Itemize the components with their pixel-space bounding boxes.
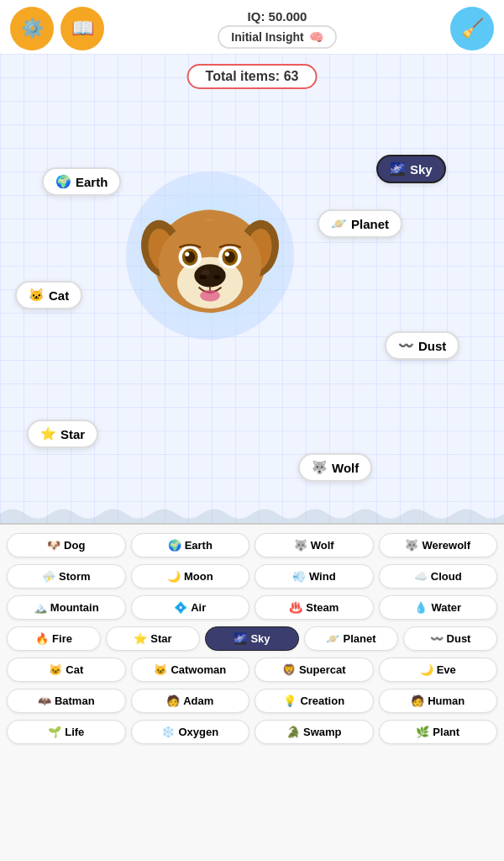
creation-chip-label: Creation	[300, 695, 344, 707]
topbar: ⚙️ 📖 IQ: 50.000 Initial Insight 🧠 🧹	[0, 0, 504, 54]
water-chip-icon: 💧	[414, 601, 428, 614]
item-plant[interactable]: 🌿 Plant	[379, 720, 498, 744]
item-eve[interactable]: 🌙 Eve	[379, 658, 498, 682]
items-row-6: 🦇 Batman 🧑 Adam 💡 Creation 🧑 Human	[7, 689, 497, 713]
item-human[interactable]: 🧑 Human	[379, 689, 498, 713]
item-werewolf[interactable]: 🐺 Werewolf	[379, 533, 498, 557]
planet-icon: 🪐	[331, 216, 347, 231]
sweep-button[interactable]: 🧹	[450, 7, 494, 50]
cat-chip-label: Cat	[66, 663, 83, 676]
eve-chip-icon: 🌙	[420, 663, 433, 676]
item-water[interactable]: 💧 Water	[379, 595, 498, 620]
item-dust[interactable]: 〰️ Dust	[403, 626, 497, 651]
cloud-chip-icon: ☁️	[414, 570, 428, 583]
moon-chip-label: Moon	[184, 570, 213, 583]
items-row-1: 🐶 Dog 🌍 Earth 🐺 Wolf 🐺 Werewolf	[7, 533, 497, 557]
life-chip-label: Life	[65, 726, 84, 738]
canvas-item-sky[interactable]: 🌌 Sky	[376, 155, 446, 183]
earth-chip-label: Earth	[185, 539, 213, 552]
air-chip-label: Air	[191, 601, 206, 614]
brain-icon: 🧠	[309, 30, 323, 44]
creation-chip-icon: 💡	[283, 695, 297, 707]
dust-chip-label: Dust	[447, 632, 471, 645]
planet-chip-label: Planet	[343, 632, 375, 645]
canvas-item-wolf[interactable]: 🐺 Wolf	[298, 453, 372, 482]
svg-point-20	[225, 252, 229, 256]
item-storm[interactable]: ⛈️ Storm	[7, 564, 126, 589]
canvas-item-earth[interactable]: 🌍 Earth	[42, 167, 121, 196]
oxygen-chip-label: Oxygen	[178, 726, 218, 738]
item-planet[interactable]: 🪐 Planet	[304, 626, 398, 651]
storm-chip-icon: ⛈️	[42, 570, 55, 583]
moon-chip-icon: 🌙	[167, 570, 181, 583]
wolf-icon: 🐺	[312, 460, 328, 475]
item-supercat[interactable]: 🦁 Supercat	[255, 658, 374, 682]
item-moon[interactable]: 🌙 Moon	[131, 564, 250, 589]
wind-chip-label: Wind	[309, 570, 336, 583]
sky-chip-label: Sky	[250, 632, 270, 645]
mountain-chip-icon: 🏔️	[34, 601, 47, 614]
plant-chip-label: Plant	[433, 726, 459, 738]
items-row-2: ⛈️ Storm 🌙 Moon 💨 Wind ☁️ Cloud	[7, 564, 497, 589]
item-cat[interactable]: 🐱 Cat	[7, 658, 126, 682]
item-batman[interactable]: 🦇 Batman	[7, 689, 126, 713]
wave-decoration	[0, 504, 504, 523]
item-steam[interactable]: ♨️ Steam	[255, 595, 374, 620]
canvas-item-dust[interactable]: 〰️ Dust	[385, 331, 459, 360]
canvas-item-cat[interactable]: 🐱 Cat	[15, 281, 82, 309]
item-oxygen[interactable]: ❄️ Oxygen	[131, 720, 250, 744]
iq-label: IQ: 50.000	[248, 9, 307, 24]
planet-label: Planet	[351, 217, 389, 231]
swamp-chip-label: Swamp	[303, 726, 342, 738]
total-items-label: Total items:	[206, 69, 281, 83]
item-dog[interactable]: 🐶 Dog	[7, 533, 126, 557]
wolf-label: Wolf	[332, 461, 359, 475]
steam-chip-label: Steam	[306, 601, 339, 614]
items-row-5: 🐱 Cat 🐱 Catwoman 🦁 Supercat 🌙 Eve	[7, 658, 497, 682]
cat-label: Cat	[49, 288, 69, 303]
svg-point-21	[200, 290, 220, 302]
total-items-count: 63	[284, 69, 299, 83]
sky-label: Sky	[410, 162, 433, 177]
item-mountain[interactable]: 🏔️ Mountain	[7, 595, 126, 620]
air-chip-icon: 💠	[174, 601, 187, 614]
item-star[interactable]: ⭐ Star	[106, 626, 200, 651]
canvas-item-planet[interactable]: 🪐 Planet	[318, 209, 402, 238]
item-air[interactable]: 💠 Air	[131, 595, 250, 620]
mountain-chip-label: Mountain	[50, 601, 99, 614]
storm-chip-label: Storm	[59, 570, 91, 583]
item-wolf[interactable]: 🐺 Wolf	[255, 533, 374, 557]
item-adam[interactable]: 🧑 Adam	[131, 689, 250, 713]
insight-pill: Initial Insight 🧠	[218, 25, 336, 49]
item-life[interactable]: 🌱 Life	[7, 720, 126, 744]
item-catwoman[interactable]: 🐱 Catwoman	[131, 658, 250, 682]
human-chip-label: Human	[428, 695, 465, 707]
items-row-4: 🔥 Fire ⭐ Star 🌌 Sky 🪐 Planet 〰️ Dust	[7, 626, 497, 651]
item-earth[interactable]: 🌍 Earth	[131, 533, 250, 557]
catwoman-chip-label: Catwoman	[171, 663, 226, 676]
earth-label: Earth	[76, 175, 108, 189]
item-cloud[interactable]: ☁️ Cloud	[379, 564, 498, 589]
item-wind[interactable]: 💨 Wind	[255, 564, 374, 589]
supercat-chip-label: Supercat	[299, 663, 346, 676]
earth-chip-icon: 🌍	[168, 539, 181, 552]
item-fire[interactable]: 🔥 Fire	[7, 626, 101, 651]
sky-icon: 🌌	[390, 161, 406, 177]
dog-face-svg	[139, 184, 281, 327]
iq-insight-section: IQ: 50.000 Initial Insight 🧠	[218, 9, 336, 49]
dog-center	[118, 163, 302, 348]
plant-chip-icon: 🌿	[416, 726, 429, 738]
item-creation[interactable]: 💡 Creation	[255, 689, 374, 713]
item-swamp[interactable]: 🐊 Swamp	[255, 720, 374, 744]
item-sky[interactable]: 🌌 Sky	[205, 626, 299, 651]
book-button[interactable]: 📖	[60, 7, 104, 50]
eve-chip-label: Eve	[437, 663, 456, 676]
werewolf-chip-icon: 🐺	[405, 539, 418, 552]
total-items-badge: Total items: 63	[187, 64, 318, 89]
settings-button[interactable]: ⚙️	[10, 7, 54, 50]
star-icon: ⭐	[40, 426, 56, 441]
supercat-chip-icon: 🦁	[282, 663, 296, 676]
adam-chip-icon: 🧑	[166, 695, 180, 707]
star-label: Star	[60, 427, 85, 441]
canvas-item-star[interactable]: ⭐ Star	[27, 420, 98, 448]
